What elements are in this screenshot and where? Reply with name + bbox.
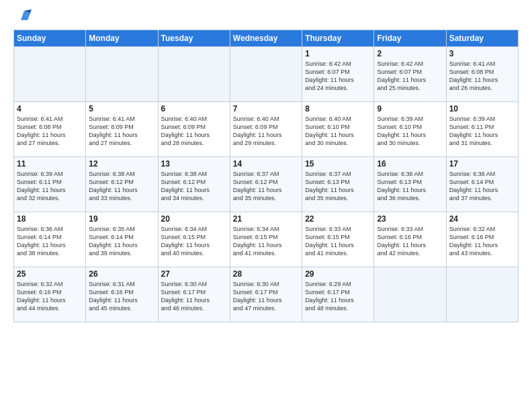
calendar-cell: 25Sunrise: 6:32 AM Sunset: 6:16 PM Dayli… bbox=[14, 267, 86, 322]
calendar-cell: 4Sunrise: 6:41 AM Sunset: 6:08 PM Daylig… bbox=[14, 102, 86, 157]
cell-info: Sunrise: 6:29 AM Sunset: 6:17 PM Dayligh… bbox=[305, 280, 371, 313]
calendar-cell: 15Sunrise: 6:37 AM Sunset: 6:13 PM Dayli… bbox=[302, 157, 374, 212]
calendar-cell: 27Sunrise: 6:30 AM Sunset: 6:17 PM Dayli… bbox=[158, 267, 230, 322]
cell-info: Sunrise: 6:35 AM Sunset: 6:14 PM Dayligh… bbox=[89, 225, 154, 258]
logo bbox=[13, 12, 33, 26]
calendar-cell: 28Sunrise: 6:30 AM Sunset: 6:17 PM Dayli… bbox=[230, 267, 302, 322]
cell-info: Sunrise: 6:36 AM Sunset: 6:14 PM Dayligh… bbox=[449, 170, 515, 203]
cell-info: Sunrise: 6:38 AM Sunset: 6:12 PM Dayligh… bbox=[161, 170, 227, 203]
header bbox=[13, 12, 519, 26]
day-number: 22 bbox=[305, 214, 371, 224]
cell-info: Sunrise: 6:31 AM Sunset: 6:16 PM Dayligh… bbox=[89, 280, 154, 313]
calendar-cell: 20Sunrise: 6:34 AM Sunset: 6:15 PM Dayli… bbox=[158, 212, 230, 267]
calendar-day-header: Friday bbox=[374, 30, 446, 47]
day-number: 16 bbox=[377, 159, 443, 169]
cell-info: Sunrise: 6:40 AM Sunset: 6:09 PM Dayligh… bbox=[161, 115, 227, 148]
page: SundayMondayTuesdayWednesdayThursdayFrid… bbox=[0, 0, 532, 411]
cell-info: Sunrise: 6:30 AM Sunset: 6:17 PM Dayligh… bbox=[161, 280, 227, 313]
calendar-cell: 29Sunrise: 6:29 AM Sunset: 6:17 PM Dayli… bbox=[302, 267, 374, 322]
logo-icon bbox=[15, 8, 33, 26]
cell-info: Sunrise: 6:41 AM Sunset: 6:08 PM Dayligh… bbox=[449, 60, 515, 93]
cell-info: Sunrise: 6:36 AM Sunset: 6:14 PM Dayligh… bbox=[17, 225, 83, 258]
calendar-cell bbox=[374, 267, 446, 322]
cell-info: Sunrise: 6:41 AM Sunset: 6:08 PM Dayligh… bbox=[17, 115, 83, 148]
calendar-cell: 9Sunrise: 6:39 AM Sunset: 6:10 PM Daylig… bbox=[374, 102, 446, 157]
calendar-cell bbox=[14, 47, 86, 102]
calendar-cell: 7Sunrise: 6:40 AM Sunset: 6:09 PM Daylig… bbox=[230, 102, 302, 157]
cell-info: Sunrise: 6:41 AM Sunset: 6:09 PM Dayligh… bbox=[89, 115, 154, 148]
calendar-cell bbox=[230, 47, 302, 102]
calendar-cell: 16Sunrise: 6:36 AM Sunset: 6:13 PM Dayli… bbox=[374, 157, 446, 212]
day-number: 9 bbox=[377, 104, 443, 113]
calendar-day-header: Saturday bbox=[446, 30, 518, 47]
cell-info: Sunrise: 6:32 AM Sunset: 6:16 PM Dayligh… bbox=[449, 225, 515, 258]
cell-info: Sunrise: 6:37 AM Sunset: 6:12 PM Dayligh… bbox=[233, 170, 299, 203]
day-number: 19 bbox=[89, 214, 154, 224]
calendar-cell: 2Sunrise: 6:42 AM Sunset: 6:07 PM Daylig… bbox=[374, 47, 446, 102]
calendar-cell: 1Sunrise: 6:42 AM Sunset: 6:07 PM Daylig… bbox=[302, 47, 374, 102]
calendar-table: SundayMondayTuesdayWednesdayThursdayFrid… bbox=[13, 30, 519, 322]
calendar-cell: 24Sunrise: 6:32 AM Sunset: 6:16 PM Dayli… bbox=[446, 212, 518, 267]
cell-info: Sunrise: 6:32 AM Sunset: 6:16 PM Dayligh… bbox=[17, 280, 83, 313]
calendar-cell: 6Sunrise: 6:40 AM Sunset: 6:09 PM Daylig… bbox=[158, 102, 230, 157]
day-number: 15 bbox=[305, 159, 371, 169]
day-number: 27 bbox=[161, 269, 227, 279]
cell-info: Sunrise: 6:40 AM Sunset: 6:10 PM Dayligh… bbox=[305, 115, 371, 148]
day-number: 1 bbox=[305, 49, 371, 58]
cell-info: Sunrise: 6:34 AM Sunset: 6:15 PM Dayligh… bbox=[233, 225, 299, 258]
calendar-cell: 5Sunrise: 6:41 AM Sunset: 6:09 PM Daylig… bbox=[86, 102, 158, 157]
calendar-cell: 10Sunrise: 6:39 AM Sunset: 6:11 PM Dayli… bbox=[446, 102, 518, 157]
day-number: 6 bbox=[161, 104, 227, 113]
day-number: 8 bbox=[305, 104, 371, 113]
day-number: 13 bbox=[161, 159, 227, 169]
calendar-cell: 8Sunrise: 6:40 AM Sunset: 6:10 PM Daylig… bbox=[302, 102, 374, 157]
calendar-cell: 17Sunrise: 6:36 AM Sunset: 6:14 PM Dayli… bbox=[446, 157, 518, 212]
cell-info: Sunrise: 6:39 AM Sunset: 6:11 PM Dayligh… bbox=[17, 170, 83, 203]
day-number: 21 bbox=[233, 214, 299, 224]
day-number: 18 bbox=[17, 214, 83, 224]
calendar-week-row: 25Sunrise: 6:32 AM Sunset: 6:16 PM Dayli… bbox=[14, 267, 519, 322]
cell-info: Sunrise: 6:34 AM Sunset: 6:15 PM Dayligh… bbox=[161, 225, 227, 258]
calendar-week-row: 11Sunrise: 6:39 AM Sunset: 6:11 PM Dayli… bbox=[14, 157, 519, 212]
calendar-cell: 18Sunrise: 6:36 AM Sunset: 6:14 PM Dayli… bbox=[14, 212, 86, 267]
day-number: 4 bbox=[17, 104, 83, 113]
day-number: 28 bbox=[233, 269, 299, 279]
cell-info: Sunrise: 6:39 AM Sunset: 6:11 PM Dayligh… bbox=[449, 115, 515, 148]
calendar-week-row: 4Sunrise: 6:41 AM Sunset: 6:08 PM Daylig… bbox=[14, 102, 519, 157]
day-number: 17 bbox=[449, 159, 515, 169]
day-number: 25 bbox=[17, 269, 83, 279]
cell-info: Sunrise: 6:33 AM Sunset: 6:16 PM Dayligh… bbox=[377, 225, 443, 258]
calendar-cell: 22Sunrise: 6:33 AM Sunset: 6:15 PM Dayli… bbox=[302, 212, 374, 267]
calendar-cell bbox=[158, 47, 230, 102]
day-number: 5 bbox=[89, 104, 154, 113]
calendar-week-row: 18Sunrise: 6:36 AM Sunset: 6:14 PM Dayli… bbox=[14, 212, 519, 267]
day-number: 7 bbox=[233, 104, 299, 113]
day-number: 26 bbox=[89, 269, 154, 279]
day-number: 23 bbox=[377, 214, 443, 224]
day-number: 12 bbox=[89, 159, 154, 169]
day-number: 24 bbox=[449, 214, 515, 224]
day-number: 20 bbox=[161, 214, 227, 224]
calendar-day-header: Tuesday bbox=[158, 30, 230, 47]
calendar-cell: 26Sunrise: 6:31 AM Sunset: 6:16 PM Dayli… bbox=[86, 267, 158, 322]
cell-info: Sunrise: 6:30 AM Sunset: 6:17 PM Dayligh… bbox=[233, 280, 299, 313]
day-number: 11 bbox=[17, 159, 83, 169]
calendar-cell: 11Sunrise: 6:39 AM Sunset: 6:11 PM Dayli… bbox=[14, 157, 86, 212]
calendar-cell: 14Sunrise: 6:37 AM Sunset: 6:12 PM Dayli… bbox=[230, 157, 302, 212]
calendar-cell: 21Sunrise: 6:34 AM Sunset: 6:15 PM Dayli… bbox=[230, 212, 302, 267]
calendar-day-header: Monday bbox=[86, 30, 158, 47]
day-number: 14 bbox=[233, 159, 299, 169]
cell-info: Sunrise: 6:33 AM Sunset: 6:15 PM Dayligh… bbox=[305, 225, 371, 258]
calendar-day-header: Sunday bbox=[14, 30, 86, 47]
day-number: 29 bbox=[305, 269, 371, 279]
calendar-header-row: SundayMondayTuesdayWednesdayThursdayFrid… bbox=[14, 30, 519, 47]
calendar-cell: 19Sunrise: 6:35 AM Sunset: 6:14 PM Dayli… bbox=[86, 212, 158, 267]
day-number: 2 bbox=[377, 49, 443, 58]
calendar-day-header: Wednesday bbox=[230, 30, 302, 47]
calendar-cell bbox=[446, 267, 518, 322]
calendar-cell bbox=[86, 47, 158, 102]
calendar-cell: 23Sunrise: 6:33 AM Sunset: 6:16 PM Dayli… bbox=[374, 212, 446, 267]
cell-info: Sunrise: 6:36 AM Sunset: 6:13 PM Dayligh… bbox=[377, 170, 443, 203]
day-number: 3 bbox=[449, 49, 515, 58]
calendar-week-row: 1Sunrise: 6:42 AM Sunset: 6:07 PM Daylig… bbox=[14, 47, 519, 102]
